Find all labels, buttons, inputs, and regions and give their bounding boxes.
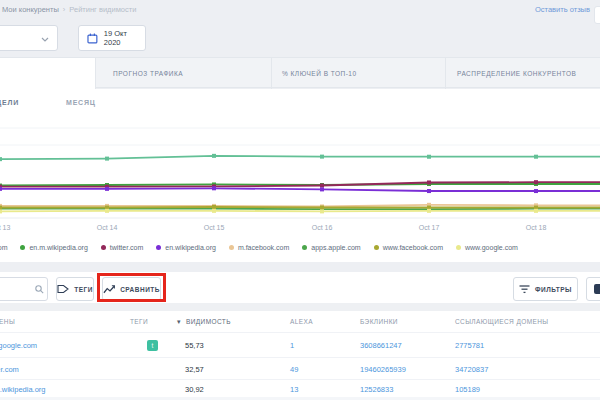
columns-icon (594, 284, 600, 294)
legend-dot-icon (374, 245, 379, 250)
cut-off-top-right-control[interactable] (594, 6, 600, 24)
alexa-value[interactable]: 13 (290, 385, 298, 394)
alexa-value[interactable]: 49 (290, 365, 298, 374)
column-header-alexa[interactable]: ALEXA (290, 318, 313, 325)
project-dropdown[interactable] (0, 25, 58, 51)
ref-domains-value[interactable]: 2775781 (455, 341, 484, 350)
backlinks-value[interactable]: 12526833 (360, 385, 393, 394)
backlinks-value[interactable]: 3608661247 (360, 341, 402, 350)
domain-link[interactable]: play.google.com (0, 341, 37, 350)
table-header-row: ДОМЕНЫ ТЕГИ ▾ ВИДИМОСТЬ ALEXA БЭКЛИНКИ С… (0, 311, 600, 332)
visibility-rating-page: Мои конкуренты›Рейтинг видимости Оставит… (0, 0, 600, 400)
feedback-link[interactable]: Оставить отзыв (535, 5, 590, 14)
section-divider (0, 303, 600, 311)
svg-text:Oct 17: Oct 17 (419, 224, 440, 231)
legend-dot-icon (101, 245, 106, 250)
date-value: 19 Окт 2020 (104, 29, 145, 47)
tags-button-label: ТЕГИ (74, 286, 93, 293)
domain-link[interactable]: twitter.com (0, 365, 19, 374)
filters-button[interactable]: ФИЛЬТРЫ (513, 277, 578, 301)
ref-domains-value[interactable]: 105189 (455, 385, 480, 394)
legend-dot-icon (156, 245, 161, 250)
column-header-domains[interactable]: ДОМЕНЫ (0, 318, 15, 325)
legend-item[interactable]: apps.apple.com (302, 244, 360, 251)
search-icon (35, 285, 44, 294)
table-row[interactable]: play.google.com t 55,73 1 3608661247 277… (0, 332, 600, 357)
filter-icon (519, 285, 530, 294)
tab-traffic-forecast[interactable]: ПРОГНОЗ ТРАФИКА (95, 58, 271, 89)
period-months-toggle[interactable]: МЕСЯЦ (66, 99, 96, 106)
column-header-ref-domains[interactable]: ССЫЛАЮЩИЕСЯ ДОМЕНЫ (455, 318, 548, 325)
svg-text:Oct 18: Oct 18 (526, 224, 547, 231)
chart-legend: play.google.comen.m.wikipedia.orgtwitter… (0, 244, 531, 251)
legend-label: www.google.com (465, 244, 518, 251)
competitors-table: ДОМЕНЫ ТЕГИ ▾ ВИДИМОСТЬ ALEXA БЭКЛИНКИ С… (0, 311, 600, 400)
breadcrumb-separator: › (63, 5, 66, 14)
breadcrumb-parent[interactable]: Мои конкуренты (2, 5, 59, 14)
table-toolbar: ТЕГИ СРАВНИТЬ ФИЛЬТРЫ (0, 272, 600, 303)
svg-text:Oct 13: Oct 13 (0, 224, 10, 231)
filters-button-label: ФИЛЬТРЫ (535, 286, 572, 293)
visibility-value: 55,73 (185, 341, 204, 350)
legend-dot-icon (456, 245, 461, 250)
tag-badge[interactable]: t (147, 340, 158, 351)
visibility-line-chart[interactable]: Oct 13Oct 14Oct 15Oct 16Oct 17Oct 18 (0, 118, 600, 240)
visibility-value: 32,57 (185, 365, 204, 374)
table-row[interactable]: twitter.com 32,57 49 19460265939 3472083… (0, 357, 600, 379)
column-header-tags[interactable]: ТЕГИ (130, 318, 148, 325)
breadcrumb: Мои конкуренты›Рейтинг видимости (2, 5, 136, 14)
legend-item[interactable]: twitter.com (101, 244, 143, 251)
legend-label: apps.apple.com (311, 244, 360, 251)
backlinks-value[interactable]: 19460265939 (360, 365, 406, 374)
legend-item[interactable]: en.m.wikipedia.org (20, 244, 87, 251)
legend-label: www.facebook.com (383, 244, 443, 251)
compare-highlight-annotation (97, 273, 166, 302)
tag-icon (57, 284, 69, 294)
svg-text:Oct 14: Oct 14 (97, 224, 118, 231)
legend-label: en.wikipedia.org (165, 244, 216, 251)
legend-label: twitter.com (110, 244, 143, 251)
column-header-visibility[interactable]: ВИДИМОСТЬ (186, 318, 231, 325)
legend-item[interactable]: en.wikipedia.org (156, 244, 216, 251)
cut-off-export-button[interactable] (586, 277, 600, 301)
legend-label: en.m.wikipedia.org (29, 244, 87, 251)
domain-link[interactable]: en.m.wikipedia.org (0, 385, 46, 394)
alexa-value[interactable]: 1 (290, 341, 294, 350)
legend-item[interactable]: www.facebook.com (374, 244, 443, 251)
table-row[interactable]: en.m.wikipedia.org 30,92 13 12526833 105… (0, 379, 600, 397)
visibility-value: 30,92 (185, 385, 204, 394)
tags-button[interactable]: ТЕГИ (56, 277, 94, 301)
legend-dot-icon (20, 245, 25, 250)
svg-text:Oct 16: Oct 16 (312, 224, 333, 231)
page-title: Рейтинг видимости (69, 5, 136, 14)
svg-text:Oct 15: Oct 15 (204, 224, 225, 231)
ref-domains-value[interactable]: 34720837 (455, 365, 488, 374)
sort-desc-icon[interactable]: ▾ (177, 318, 181, 326)
tab-visibility-rating[interactable] (0, 58, 95, 91)
tab-competitors-distribution[interactable]: РАСПРЕДЕЛЕНИЕ КОНКУРЕНТОВ (445, 58, 600, 89)
legend-dot-icon (302, 245, 307, 250)
legend-dot-icon (229, 245, 234, 250)
legend-item[interactable]: play.google.com (0, 244, 7, 251)
calendar-icon (87, 33, 98, 44)
visibility-chart-card: НЕДЕЛИ МЕСЯЦ Oct 13Oct 14Oct 15Oct 16Oct… (0, 89, 600, 262)
column-header-backlinks[interactable]: БЭКЛИНКИ (360, 318, 398, 325)
period-weeks-toggle[interactable]: НЕДЕЛИ (0, 99, 19, 106)
tab-keys-top10[interactable]: % КЛЮЧЕЙ В ТОП-10 (271, 58, 445, 89)
legend-label: play.google.com (0, 244, 7, 251)
legend-item[interactable]: m.facebook.com (229, 244, 289, 251)
legend-item[interactable]: www.google.com (456, 244, 518, 251)
legend-label: m.facebook.com (238, 244, 289, 251)
chevron-down-icon (41, 37, 49, 42)
report-tabs: ПРОГНОЗ ТРАФИКА % КЛЮЧЕЙ В ТОП-10 РАСПРЕ… (0, 57, 600, 88)
search-input[interactable] (0, 277, 48, 301)
date-picker-button[interactable]: 19 Окт 2020 (78, 25, 146, 51)
